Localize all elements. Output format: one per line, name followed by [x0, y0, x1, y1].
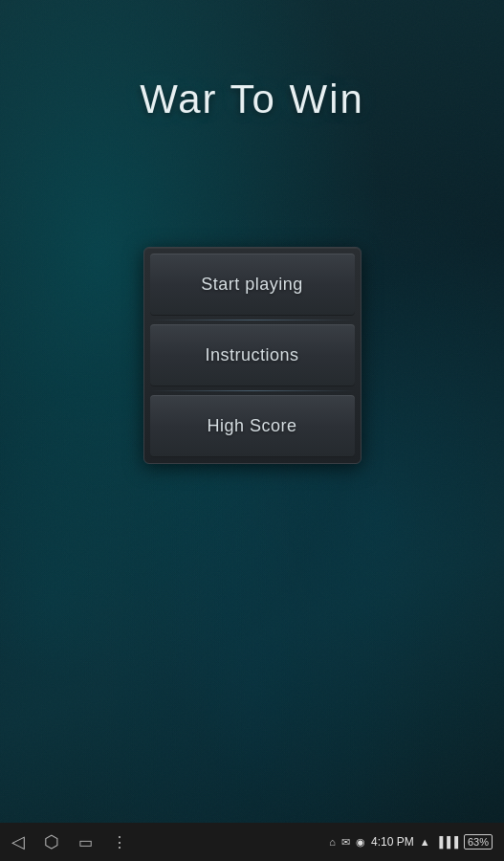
- menu-container: Start playing Instructions High Score: [143, 247, 362, 464]
- wifi-icon: ▲: [420, 836, 430, 848]
- recent-apps-button[interactable]: ▭: [78, 833, 93, 851]
- home-icon: ⌂: [329, 836, 336, 848]
- home-button[interactable]: ⬡: [44, 831, 59, 852]
- menu-button[interactable]: ⋮: [112, 833, 127, 851]
- navigation-bar: ◁ ⬡ ▭ ⋮: [11, 831, 127, 852]
- signal-icon: ▐▐▐: [436, 836, 458, 848]
- separator-1: [150, 320, 355, 320]
- separator-2: [150, 390, 355, 391]
- start-playing-button[interactable]: Start playing: [150, 254, 355, 316]
- email-icon: ✉: [341, 836, 350, 849]
- instructions-button[interactable]: Instructions: [150, 324, 355, 386]
- battery-indicator: 63%: [464, 834, 493, 850]
- main-content: War To Win Start playing Instructions Hi…: [0, 0, 504, 823]
- location-icon: ◉: [356, 836, 365, 849]
- status-icons: ⌂ ✉ ◉ 4:10 PM ▲ ▐▐▐ 63%: [329, 834, 493, 850]
- app-title: War To Win: [140, 77, 364, 122]
- status-time: 4:10 PM: [371, 835, 414, 849]
- high-score-button[interactable]: High Score: [150, 395, 355, 457]
- back-button[interactable]: ◁: [11, 831, 25, 852]
- status-bar: ◁ ⬡ ▭ ⋮ ⌂ ✉ ◉ 4:10 PM ▲ ▐▐▐ 63%: [0, 823, 504, 861]
